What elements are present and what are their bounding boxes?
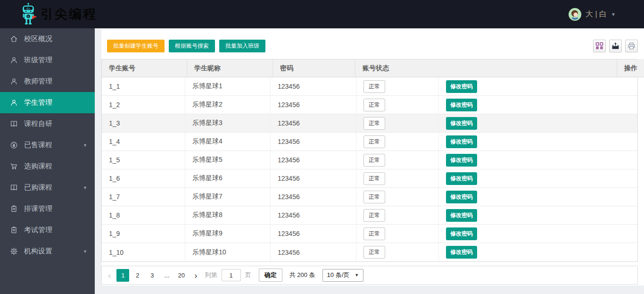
- change-password-button[interactable]: 修改密码: [446, 154, 477, 167]
- cell-actions: 修改密码: [439, 151, 637, 169]
- status-badge[interactable]: 正常: [363, 80, 385, 93]
- goto-page-input[interactable]: [222, 269, 241, 281]
- cell-student-nickname: 乐博星球2: [185, 96, 271, 114]
- status-badge[interactable]: 正常: [363, 154, 385, 167]
- status-badge[interactable]: 正常: [363, 209, 385, 222]
- cell-student-account: 1_7: [102, 188, 185, 206]
- sidebar-item-label: 排课管理: [24, 204, 52, 213]
- change-password-button[interactable]: 修改密码: [446, 172, 477, 185]
- cart-icon: [10, 162, 18, 170]
- cell-account-status: 正常: [356, 225, 439, 243]
- cell-actions: 修改密码: [439, 133, 637, 151]
- cell-actions: 修改密码: [439, 114, 637, 132]
- toolbar: 批量创建学生账号 根据账号搜索 批量加入班级: [101, 29, 644, 59]
- next-page-icon[interactable]: ›: [194, 271, 197, 280]
- change-password-button[interactable]: 修改密码: [446, 80, 477, 93]
- table-body: 1_1 乐博星球1 123456 正常 修改密码 1_2 乐博星球2: [102, 77, 637, 261]
- cell-password: 123456: [271, 77, 356, 95]
- sidebar-item[interactable]: 课程自研 ▼: [0, 113, 95, 134]
- change-password-button[interactable]: 修改密码: [446, 227, 477, 240]
- sidebar-item-label: 已购课程: [24, 183, 52, 192]
- status-badge[interactable]: 正常: [363, 172, 385, 185]
- cell-password: 123456: [271, 114, 356, 132]
- toolbar-button[interactable]: 根据账号搜索: [169, 40, 215, 52]
- user-menu[interactable]: 大 | 白 ▼: [569, 8, 616, 21]
- toolbar-button[interactable]: 批量创建学生账号: [107, 40, 165, 52]
- table-row: 1_4 乐博星球4 123456 正常 修改密码: [102, 133, 637, 151]
- cell-student-account: 1_5: [102, 151, 185, 169]
- cell-password: 123456: [271, 225, 356, 243]
- status-badge[interactable]: 正常: [363, 246, 385, 259]
- table-header-cell: 密码: [273, 59, 355, 77]
- page-number[interactable]: ...: [160, 269, 173, 282]
- change-password-button[interactable]: 修改密码: [446, 135, 477, 148]
- book-icon: [10, 120, 18, 128]
- prev-page-icon[interactable]: ‹: [108, 271, 111, 280]
- sidebar: 校区概况 ▼ 班级管理 ▼ 教师管理 ▼ 学生管理 ▼ 课程自研 ▼ 已售课程: [0, 28, 95, 294]
- cell-password: 123456: [271, 151, 356, 169]
- change-password-button[interactable]: 修改密码: [446, 117, 477, 130]
- cell-password: 123456: [271, 96, 356, 114]
- sidebar-item-label: 选购课程: [24, 162, 52, 171]
- cell-actions: 修改密码: [439, 206, 637, 224]
- column-visibility-button[interactable]: [593, 40, 606, 52]
- sidebar-item[interactable]: 机构设置 ▼: [0, 241, 95, 262]
- sidebar-item[interactable]: 教师管理 ▼: [0, 71, 95, 92]
- cell-account-status: 正常: [356, 77, 439, 95]
- table-row: 1_3 乐博星球3 123456 正常 修改密码: [102, 114, 637, 133]
- cell-student-nickname: 乐博星球3: [185, 114, 271, 132]
- user-icon: [10, 99, 18, 107]
- cell-password: 123456: [271, 133, 356, 151]
- sidebar-item-label: 教师管理: [24, 77, 52, 86]
- page-size-value: 10 条/页: [327, 271, 350, 279]
- chevron-down-icon: ▼: [355, 273, 359, 277]
- toolbar-button[interactable]: 批量加入班级: [219, 40, 265, 52]
- sidebar-item[interactable]: 考试管理 ▼: [0, 219, 95, 241]
- status-badge[interactable]: 正常: [363, 99, 385, 111]
- sidebar-item[interactable]: 学生管理 ▼: [0, 92, 95, 113]
- sidebar-item[interactable]: 选购课程 ▼: [0, 156, 95, 177]
- pagination-bar: ‹ 1 2 3 ... 20 › 到第 页 确定 共 200 条: [101, 266, 638, 285]
- status-badge[interactable]: 正常: [363, 227, 385, 240]
- export-button[interactable]: [609, 40, 622, 52]
- table-row: 1_1 乐博星球1 123456 正常 修改密码: [102, 77, 637, 96]
- content-panel: 批量创建学生账号 根据账号搜索 批量加入班级: [101, 29, 644, 286]
- page-number[interactable]: 3: [146, 269, 158, 282]
- table-row: 1_8 乐博星球8 123456 正常 修改密码: [102, 206, 637, 225]
- page-number[interactable]: 2: [131, 269, 144, 282]
- gear-icon: [10, 247, 18, 255]
- sidebar-item[interactable]: 排课管理 ▼: [0, 198, 95, 219]
- cell-actions: 修改密码: [439, 77, 637, 95]
- status-badge[interactable]: 正常: [363, 135, 385, 148]
- cell-student-nickname: 乐博星球4: [185, 133, 271, 151]
- sidebar-item[interactable]: 班级管理 ▼: [0, 50, 95, 71]
- cell-student-account: 1_4: [102, 133, 185, 151]
- sidebar-item-label: 已售课程: [24, 141, 52, 150]
- status-badge[interactable]: 正常: [363, 117, 385, 130]
- cell-actions: 修改密码: [439, 188, 637, 206]
- cell-student-account: 1_1: [102, 77, 185, 95]
- table-row: 1_5 乐博星球5 123456 正常 修改密码: [102, 151, 637, 169]
- page-number[interactable]: 20: [175, 269, 188, 282]
- status-badge[interactable]: 正常: [363, 191, 385, 203]
- sidebar-item-label: 考试管理: [24, 226, 52, 235]
- chevron-down-icon: ▼: [83, 143, 87, 148]
- students-table: 学生账号 学生昵称 密码 账号状态 操作 1_1 乐博星球1 123456: [101, 59, 638, 262]
- table-header-cell: 账号状态: [355, 59, 617, 77]
- change-password-button[interactable]: 修改密码: [446, 191, 477, 203]
- sidebar-item[interactable]: 已购课程 ▼: [0, 177, 95, 198]
- change-password-button[interactable]: 修改密码: [446, 99, 477, 111]
- page-number[interactable]: 1: [116, 269, 129, 282]
- table-row: 1_9 乐博星球9 123456 正常 修改密码: [102, 225, 637, 243]
- sidebar-item[interactable]: 校区概况 ▼: [0, 28, 95, 50]
- sidebar-item[interactable]: 已售课程 ▼: [0, 134, 95, 156]
- cell-account-status: 正常: [356, 133, 439, 151]
- sidebar-item-label: 学生管理: [24, 98, 52, 107]
- page-size-select[interactable]: 10 条/页 ▼: [322, 269, 364, 282]
- print-button[interactable]: [625, 40, 638, 52]
- change-password-button[interactable]: 修改密码: [446, 209, 477, 222]
- confirm-button[interactable]: 确定: [259, 269, 282, 282]
- table-row: 1_10 乐博星球10 123456 正常 修改密码: [102, 243, 637, 261]
- change-password-button[interactable]: 修改密码: [446, 246, 477, 259]
- cell-student-account: 1_6: [102, 169, 185, 187]
